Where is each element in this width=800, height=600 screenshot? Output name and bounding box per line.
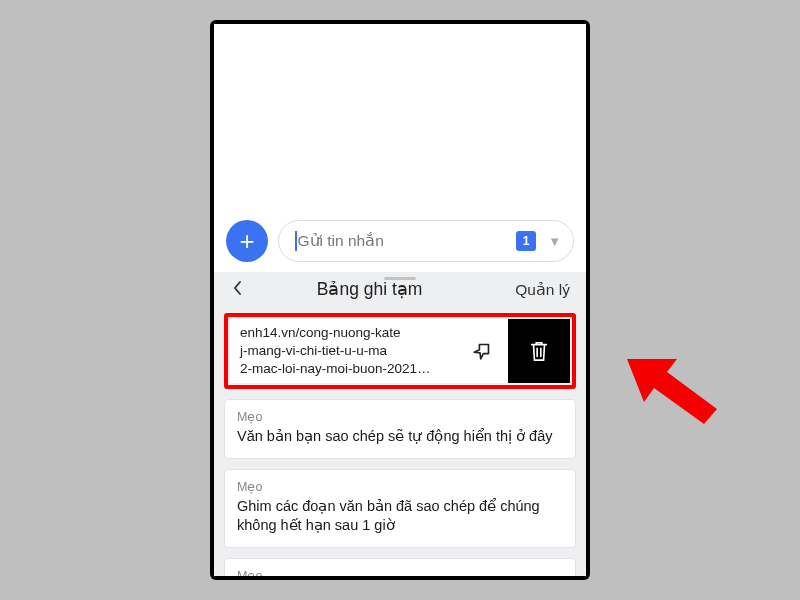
- message-area: [214, 24, 586, 212]
- arrow-icon: [622, 344, 722, 424]
- message-input[interactable]: Gửi tin nhắn 1 ▼: [278, 220, 574, 262]
- drag-handle[interactable]: [384, 277, 416, 280]
- text-cursor: [295, 231, 297, 251]
- tip-label: Mẹo: [237, 409, 563, 424]
- message-placeholder: Gửi tin nhắn: [295, 231, 508, 251]
- clipboard-panel: Bảng ghi tạm Quản lý enh14.vn/cong-nuong…: [214, 272, 586, 576]
- sim-badge[interactable]: 1: [516, 231, 536, 251]
- chevron-down-icon[interactable]: ▼: [544, 230, 565, 253]
- clip-row[interactable]: enh14.vn/cong-nuong-kate j-mang-vi-chi-t…: [230, 319, 570, 383]
- compose-row: + Gửi tin nhắn 1 ▼: [214, 212, 586, 272]
- panel-header: Bảng ghi tạm Quản lý: [214, 272, 586, 307]
- trash-icon: [528, 339, 550, 363]
- tip-card[interactable]: Mẹo Văn bản bạn sao chép sẽ tự động hiển…: [224, 399, 576, 459]
- tip-text: Ghim các đoạn văn bản đã sao chép để chú…: [237, 497, 563, 536]
- pin-icon: [471, 340, 493, 362]
- placeholder-text: Gửi tin nhắn: [298, 232, 384, 250]
- clip-content[interactable]: enh14.vn/cong-nuong-kate j-mang-vi-chi-t…: [230, 319, 456, 383]
- clip-text: enh14.vn/cong-nuong-kate j-mang-vi-chi-t…: [240, 324, 431, 379]
- delete-button[interactable]: [508, 319, 570, 383]
- tip-text: Văn bản bạn sao chép sẽ tự động hiển thị…: [237, 427, 563, 447]
- panel-title: Bảng ghi tạm: [230, 279, 509, 300]
- tip-label: Mẹo: [237, 479, 563, 494]
- pin-button[interactable]: [456, 319, 508, 383]
- tip-card[interactable]: Mẹo: [224, 558, 576, 576]
- annotation-arrow: [622, 344, 722, 428]
- cards-list: enh14.vn/cong-nuong-kate j-mang-vi-chi-t…: [214, 307, 586, 576]
- tip-label: Mẹo: [237, 568, 563, 576]
- tip-card[interactable]: Mẹo Ghim các đoạn văn bản đã sao chép để…: [224, 469, 576, 548]
- highlighted-clip: enh14.vn/cong-nuong-kate j-mang-vi-chi-t…: [224, 313, 576, 389]
- add-button[interactable]: +: [226, 220, 268, 262]
- plus-icon: +: [239, 226, 254, 257]
- phone-frame: + Gửi tin nhắn 1 ▼ Bảng ghi tạm: [210, 20, 590, 580]
- screen: + Gửi tin nhắn 1 ▼ Bảng ghi tạm: [214, 24, 586, 576]
- manage-button[interactable]: Quản lý: [509, 275, 576, 305]
